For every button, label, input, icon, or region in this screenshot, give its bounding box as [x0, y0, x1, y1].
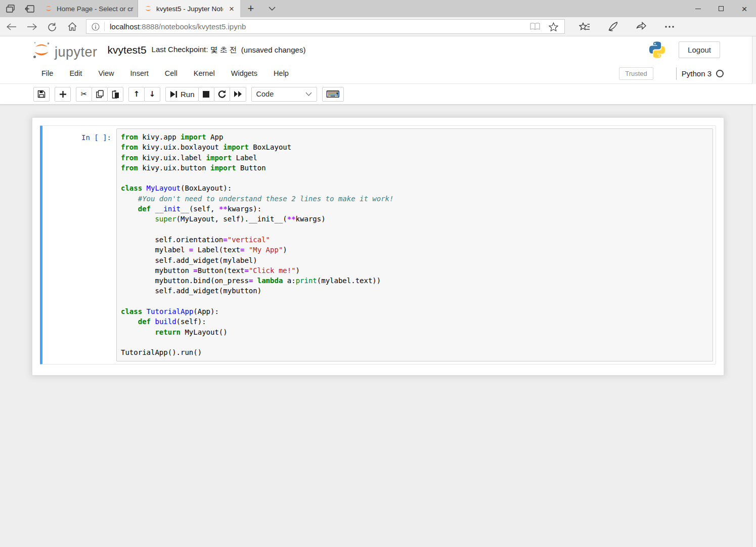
code-line: class TutorialApp(App):: [121, 306, 708, 316]
browser-tab-kvytest5[interactable]: kvytest5 - Jupyter Notel ×: [138, 0, 240, 17]
logout-button[interactable]: Logout: [679, 41, 720, 58]
set-tabs-aside-icon[interactable]: [23, 3, 35, 15]
paste-icon: [112, 90, 119, 99]
restart-kernel-button[interactable]: [214, 87, 230, 102]
save-button[interactable]: [33, 87, 50, 102]
notebook-menu-bar: FileEditViewInsertCellKernelWidgetsHelp …: [0, 63, 756, 84]
code-line: mybutton.bind(on_press= lambda a:print(m…: [121, 276, 708, 286]
tab-preview-icon[interactable]: [4, 3, 16, 15]
forward-button[interactable]: [23, 19, 40, 34]
fast-forward-icon: [234, 90, 242, 98]
url-text[interactable]: localhost:8888/notebooks/kvytest5.ipynb: [110, 22, 527, 31]
url-divider: [104, 22, 105, 31]
code-line: super(MyLayout, self).__init__(**kwargs): [121, 214, 708, 224]
code-line: #You don't need to understand these 2 li…: [121, 194, 708, 204]
cell-type-select[interactable]: Code: [251, 87, 317, 102]
kernel-name-label: Python 3: [682, 69, 711, 78]
checkpoint-status: Last Checkpoint: 몇 초 전: [152, 45, 237, 55]
back-button[interactable]: [3, 19, 20, 34]
reading-view-icon[interactable]: [527, 20, 543, 33]
kernel-separator: [676, 67, 677, 80]
code-line: mybutton =Button(text="Click me!"): [121, 265, 708, 276]
menu-item-cell[interactable]: Cell: [157, 63, 186, 83]
menu-item-insert[interactable]: Insert: [122, 63, 157, 83]
code-line: from kivy.uix.label import Label: [121, 153, 708, 163]
jupyter-favicon: [45, 5, 53, 13]
cell-type-value: Code: [256, 90, 274, 98]
cut-cell-button[interactable]: ✂: [76, 87, 92, 102]
url-bar[interactable]: localhost:8888/notebooks/kvytest5.ipynb: [86, 19, 565, 34]
home-button[interactable]: [64, 19, 81, 34]
notebook-title[interactable]: kvytest5: [108, 44, 147, 56]
menu-item-kernel[interactable]: Kernel: [186, 63, 223, 83]
tab-preview-chevron-icon[interactable]: [261, 0, 283, 17]
close-icon: ×: [741, 4, 747, 14]
step-forward-icon: [169, 90, 177, 98]
plus-icon: [60, 91, 66, 98]
refresh-button[interactable]: [43, 19, 61, 34]
arrow-down-icon: ↓: [149, 90, 156, 98]
run-cell-button[interactable]: Run: [165, 87, 199, 102]
code-line: from kivy.uix.button import Button: [121, 163, 708, 173]
code-line: [121, 337, 708, 347]
code-line: self.orientation="vertical": [121, 235, 708, 245]
share-icon[interactable]: [634, 19, 649, 34]
code-cell-selected[interactable]: In [ ]: from kivy.app import Appfrom kiv…: [40, 125, 716, 364]
menu-item-file[interactable]: File: [33, 63, 61, 83]
code-line: def __init__(self, **kwargs):: [121, 204, 708, 214]
move-cell-up-button[interactable]: ↑: [128, 87, 145, 102]
menu-bar-items: FileEditViewInsertCellKernelWidgetsHelp: [33, 63, 297, 83]
site-info-icon[interactable]: [92, 23, 100, 31]
run-label: Run: [181, 90, 195, 99]
menu-item-help[interactable]: Help: [265, 63, 297, 83]
code-line: return MyLayout(): [121, 327, 708, 337]
browser-address-bar: localhost:8888/notebooks/kvytest5.ipynb: [0, 17, 756, 36]
jupyter-logo[interactable]: jupyter: [31, 40, 98, 60]
menu-item-widgets[interactable]: Widgets: [223, 63, 265, 83]
code-line: [121, 173, 708, 183]
chevron-down-icon: [305, 92, 312, 96]
stop-icon: [203, 91, 209, 98]
minimize-window-button[interactable]: [686, 0, 709, 17]
maximize-window-button[interactable]: [709, 0, 733, 17]
favorite-star-icon[interactable]: [545, 20, 561, 33]
code-input-area[interactable]: from kivy.app import Appfrom kivy.uix.bo…: [116, 128, 713, 361]
tab-actions: [0, 0, 38, 17]
code-line: from kivy.app import App: [121, 132, 708, 142]
scissors-icon: ✂: [81, 90, 87, 98]
add-cell-button[interactable]: [55, 87, 71, 102]
web-note-pen-icon[interactable]: [605, 19, 620, 34]
browser-toolbar-icons: [577, 19, 677, 34]
hub-favorites-icon[interactable]: [577, 19, 592, 34]
interrupt-kernel-button[interactable]: [198, 87, 214, 102]
paste-cell-button[interactable]: [107, 87, 123, 102]
browser-window: Home Page - Select or creat kvytest5 - J…: [0, 0, 756, 547]
save-icon: [37, 90, 46, 98]
copy-cell-button[interactable]: [92, 87, 108, 102]
command-palette-button[interactable]: ⌨: [322, 87, 344, 102]
python-logo-icon: [648, 40, 666, 59]
browser-tab-home[interactable]: Home Page - Select or creat: [38, 0, 138, 17]
menu-item-edit[interactable]: Edit: [61, 63, 90, 83]
close-window-button[interactable]: ×: [733, 0, 756, 17]
maximize-icon: [719, 6, 724, 11]
move-cell-down-button[interactable]: ↓: [144, 87, 160, 102]
trusted-badge[interactable]: Trusted: [619, 67, 653, 80]
notebook-body: In [ ]: from kivy.app import Appfrom kiv…: [0, 105, 756, 547]
new-tab-button[interactable]: +: [240, 0, 261, 17]
code-line: mylabel = Label(text= "My App"): [121, 245, 708, 255]
notebook-toolbar: ✂ ↑ ↓ Run Code: [0, 84, 756, 105]
minimize-icon: [695, 9, 701, 9]
jupyter-header: jupyter kvytest5 Last Checkpoint: 몇 초 전 …: [0, 36, 756, 63]
code-line: self.add_widget(mylabel): [121, 255, 708, 265]
more-options-icon[interactable]: [662, 19, 677, 34]
notebook-container: In [ ]: from kivy.app import Appfrom kiv…: [32, 117, 724, 376]
scrollbar-track[interactable]: [752, 36, 756, 547]
unsaved-changes-status: (unsaved changes): [241, 45, 306, 54]
restart-run-all-button[interactable]: [230, 87, 246, 102]
menu-item-view[interactable]: View: [90, 63, 122, 83]
nav-buttons: [0, 19, 86, 34]
code-area: from kivy.app import Appfrom kivy.uix.bo…: [121, 132, 708, 358]
tab-close-icon[interactable]: ×: [227, 5, 236, 13]
browser-tab-bar: Home Page - Select or creat kvytest5 - J…: [0, 0, 756, 17]
